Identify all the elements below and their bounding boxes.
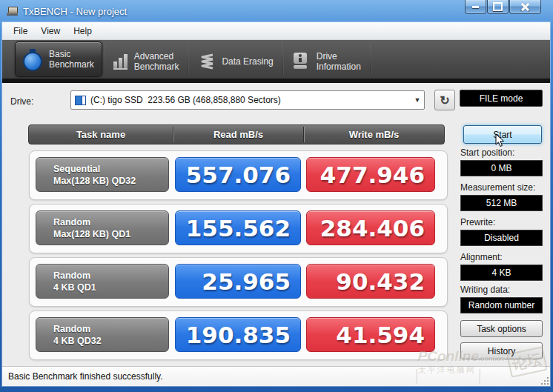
tab-separator (104, 44, 105, 74)
app-icon (7, 6, 19, 16)
drive-selected-value: (C:) tigo SSD 223.56 GB (468,858,880 Sec… (90, 95, 411, 105)
measurement-size-value[interactable]: 512 MB (460, 195, 543, 211)
write-value: 477.946 (306, 157, 435, 192)
tab-data-erasing[interactable]: Data Erasing (190, 45, 280, 78)
table-row: Random4 KB QD1 25.965 90.432 (29, 257, 448, 307)
tab-label: Advanced Benchmark (134, 51, 179, 72)
tab-separator (370, 44, 371, 74)
header-write: Write mB/s (304, 125, 444, 144)
resize-grip[interactable] (540, 376, 549, 385)
status-bar: Basic Benchmark finished successfully. (2, 366, 550, 386)
table-row: SequentialMax(128 KB) QD32 557.076 477.9… (29, 150, 448, 200)
txbench-window: TxBENCH - New project File View Help Bas… (0, 0, 553, 392)
drive-icon (292, 53, 310, 70)
status-pane (417, 367, 480, 386)
prewrite-label: Prewrite: (460, 217, 495, 227)
task-name-badge: RandomMax(128 KB) QD1 (36, 210, 169, 245)
start-position-label: Start position: (460, 147, 514, 158)
status-message: Basic Benchmark finished successfully. (2, 371, 417, 382)
measurement-size-label: Measurement size: (460, 182, 535, 193)
header-task-name: Task name (29, 125, 173, 144)
header-read: Read mB/s (173, 125, 303, 144)
tab-basic-benchmark[interactable]: Basic Benchmark (15, 41, 102, 77)
writing-data-label: Writing data: (460, 285, 510, 295)
read-value: 557.076 (175, 157, 301, 192)
drive-combobox[interactable]: (C:) tigo SSD 223.56 GB (468,858,880 Sec… (70, 90, 425, 110)
table-row: Random4 KB QD32 190.835 41.594 (29, 310, 448, 360)
disk-icon (75, 96, 86, 105)
tab-bar: Basic Benchmark Advanced Benchmark (2, 40, 550, 83)
minimize-icon (472, 6, 479, 8)
close-icon (521, 3, 529, 11)
write-value: 41.594 (306, 317, 435, 352)
drive-label: Drive: (10, 96, 33, 107)
maximize-button[interactable] (487, 0, 509, 14)
task-name-badge: SequentialMax(128 KB) QD32 (36, 157, 169, 192)
file-mode-indicator: FILE mode (460, 90, 543, 107)
erase-icon (197, 53, 215, 70)
read-value: 155.562 (175, 210, 301, 245)
table-row: RandomMax(128 KB) QD1 155.562 284.406 (29, 204, 448, 253)
tab-label: Drive Information (317, 51, 361, 72)
start-position-value[interactable]: 0 MB (460, 160, 543, 176)
maximize-icon (493, 2, 503, 11)
tab-label: Data Erasing (222, 56, 273, 67)
table-header: Task name Read mB/s Write mB/s (28, 124, 445, 144)
tab-separator (282, 44, 283, 74)
window-title: TxBENCH - New project (23, 6, 127, 17)
close-button[interactable] (509, 0, 541, 14)
mouse-cursor (494, 133, 505, 148)
read-value: 190.835 (175, 317, 301, 352)
prewrite-value[interactable]: Disabled (460, 230, 543, 246)
minimize-button[interactable] (465, 0, 486, 14)
task-name-badge: Random4 KB QD32 (36, 317, 169, 352)
task-name-badge: Random4 KB QD1 (36, 264, 169, 299)
client-area: File View Help Basic Benchmark Advanced … (2, 22, 550, 386)
stopwatch-icon (23, 49, 42, 70)
tab-drive-information[interactable]: Drive Information (285, 45, 368, 78)
tab-separator (188, 44, 188, 74)
alignment-label: Alignment: (460, 252, 503, 262)
chevron-down-icon[interactable]: ▼ (411, 96, 424, 104)
bar-chart-icon (113, 53, 128, 70)
tab-label: Basic Benchmark (49, 49, 94, 70)
write-value: 284.406 (306, 210, 435, 245)
menu-bar: File View Help (2, 22, 550, 40)
alignment-value[interactable]: 4 KB (460, 265, 543, 281)
menu-view[interactable]: View (34, 24, 67, 39)
write-value: 90.432 (306, 264, 435, 299)
task-options-button[interactable]: Task options (460, 320, 543, 337)
title-bar[interactable]: TxBENCH - New project (0, 0, 553, 22)
tab-advanced-benchmark[interactable]: Advanced Benchmark (106, 45, 187, 78)
refresh-drives-button[interactable]: ↻ (434, 90, 455, 110)
menu-help[interactable]: Help (67, 24, 99, 39)
history-button[interactable]: History (460, 342, 543, 359)
refresh-icon: ↻ (440, 93, 449, 107)
read-value: 25.965 (175, 264, 301, 299)
menu-file[interactable]: File (7, 24, 34, 39)
writing-data-value[interactable]: Random number (460, 297, 543, 313)
